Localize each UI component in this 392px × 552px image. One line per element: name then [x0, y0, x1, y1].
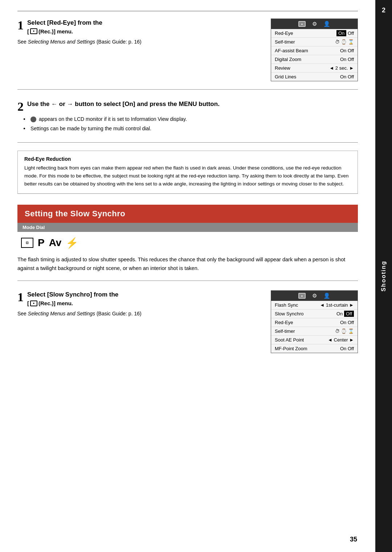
menu2-label-redeye: Red-Eye: [275, 320, 293, 325]
menu2-value-spotae: ◄ Center ►: [328, 337, 354, 343]
page-number: 35: [350, 536, 357, 543]
menu-label-afbeam: AF-assist Beam: [275, 48, 308, 53]
menu-value-redeye: On Off: [336, 30, 354, 36]
menu2-value-slowsynchro: On Off: [336, 311, 354, 316]
slow-synchro-step1: 1 Select [Slow Synchro] from the [ (Rec.…: [17, 290, 358, 353]
menu-cam-icon: ●: [298, 21, 306, 27]
cam-bracket-icon: [ (Rec.)] menu.: [27, 28, 73, 35]
main-content: 1 Select [Red-Eye] from the [ (Rec.)] me…: [0, 0, 375, 552]
info-box-title: Red-Eye Reduction: [24, 156, 351, 162]
menu-row-afbeam: AF-assist Beam On Off: [271, 46, 358, 55]
mode-icons-row: ⊡ P Av ⚡: [21, 237, 358, 249]
menu2-row-redeye: Red-Eye On Off: [271, 318, 358, 327]
menu2-person-icon: 👤: [323, 293, 330, 299]
slow-synchro-step1-text: 1 Select [Slow Synchro] from the [ (Rec.…: [17, 290, 260, 353]
menu-label-gridlines: Grid Lines: [275, 74, 296, 79]
menu2-row-flashsync: Flash Sync ◄ 1st-curtain ►: [271, 301, 358, 310]
section-redeye-step1: 1 Select [Red-Eye] from the [ (Rec.)] me…: [17, 19, 358, 90]
info-box-text: Light reflecting back from eyes can make…: [24, 164, 351, 188]
mode-av-icon: Av: [49, 237, 62, 249]
menu-wrench-icon: ⚙: [312, 21, 317, 27]
slow-step1-heading-block: 1 Select [Slow Synchro] from the [ (Rec.…: [17, 290, 260, 318]
mode-lightning-icon: ⚡: [66, 237, 78, 249]
menu2-label-flashsync: Flash Sync: [275, 302, 298, 308]
menu-label-review: Review: [275, 65, 290, 71]
menu-value-review: ◄ 2 sec. ►: [329, 65, 354, 71]
step1-heading-block: 1 Select [Red-Eye] from the [ (Rec.)] me…: [17, 19, 260, 46]
menu-header-1: ● ⚙ 👤: [271, 19, 358, 29]
menu2-cam-icon: ●: [298, 293, 306, 299]
step1-text-block: 1 Select [Red-Eye] from the [ (Rec.)] me…: [17, 19, 260, 81]
step1-subtext: See Selecting Menus and Settings (Basic …: [17, 38, 260, 46]
slow-synchro-description: The flash timing is adjusted to slow shu…: [17, 255, 358, 281]
section-redeye-step2: 2 Use the ← or → button to select [On] a…: [17, 100, 358, 143]
menu2-label-mfzoom: MF-Point Zoom: [275, 346, 307, 351]
menu-label-selftimer: Self-timer: [275, 39, 295, 45]
settings-gear-icon: [30, 116, 36, 122]
step2-bullets: appears on the LCD monitor if it is set …: [23, 115, 358, 133]
menu-value-digitalzoom: On Off: [340, 57, 354, 62]
menu-screenshot-1: ● ⚙ 👤 Red-Eye On Off Self-timer ⏱ ⌚ ⌛ AF: [271, 19, 358, 81]
menu-row-digitalzoom: Digital Zoom On Off: [271, 55, 358, 64]
cam-bracket-icon-2: [ (Rec.)] menu.: [27, 299, 73, 307]
menu2-row-spotae: Soot AE Point ◄ Center ►: [271, 336, 358, 344]
mode-p-icon: P: [38, 237, 45, 249]
step1-heading: Select [Red-Eye] from the [ (Rec.)] menu…: [17, 19, 260, 36]
menu2-value-selftimer: ⏱ ⌚ ⌛: [335, 328, 354, 334]
menu-label-digitalzoom: Digital Zoom: [275, 57, 301, 62]
menu2-row-mfzoom: MF-Point Zoom On Off: [271, 344, 358, 353]
side-tab: 2 Shooting: [375, 0, 392, 552]
slow-step1-subtext: See Selecting Menus and Settings (Basic …: [17, 310, 260, 318]
mode-dial-bar: Mode Dial: [17, 223, 358, 232]
menu2-row-selftimer: Self-timer ⏱ ⌚ ⌛: [271, 327, 358, 336]
menu2-value-mfzoom: On Off: [340, 346, 354, 351]
redeye-info-box: Red-Eye Reduction Light reflecting back …: [17, 151, 358, 194]
bullet-1: appears on the LCD monitor if it is set …: [23, 115, 358, 123]
menu-row-selftimer: Self-timer ⏱ ⌚ ⌛: [271, 38, 358, 46]
page-container: 1 Select [Red-Eye] from the [ (Rec.)] me…: [0, 0, 392, 552]
menu2-label-selftimer: Self-timer: [275, 328, 295, 334]
side-tab-number: 2: [375, 7, 392, 14]
menu-value-afbeam: On Off: [340, 48, 354, 53]
menu2-value-redeye: On Off: [340, 320, 354, 325]
menu-row-redeye: Red-Eye On Off: [271, 29, 358, 38]
step2-heading-block: 2 Use the ← or → button to select [On] a…: [17, 100, 358, 113]
menu-row-gridlines: Grid Lines On Off: [271, 73, 358, 81]
menu-label-redeye: Red-Eye: [275, 30, 293, 36]
bullet-2: Settings can be made by turning the mult…: [23, 124, 358, 132]
step2-heading: Use the ← or → button to select [On] and…: [17, 100, 358, 109]
menu2-label-spotae: Soot AE Point: [275, 337, 304, 343]
slow-synchro-section: Setting the Slow Synchro Mode Dial ⊡ P A…: [17, 205, 358, 353]
menu-row-review: Review ◄ 2 sec. ►: [271, 64, 358, 73]
menu-value-selftimer: ⏱ ⌚ ⌛: [335, 39, 354, 45]
menu-screenshot-2: ● ⚙ 👤 Flash Sync ◄ 1st-curtain ► Slow Sy…: [271, 290, 358, 353]
side-tab-label: Shooting: [380, 261, 387, 291]
mode-rect-icon: ⊡: [21, 238, 33, 248]
slow-synchro-heading: Setting the Slow Synchro: [17, 205, 358, 223]
menu-value-gridlines: On Off: [340, 74, 354, 79]
step1-number: 1: [17, 19, 24, 32]
menu2-row-slowsynchro: Slow Synchro On Off: [271, 310, 358, 318]
menu-person-icon: 👤: [323, 21, 330, 27]
top-divider: [17, 11, 358, 11]
menu2-label-slowsynchro: Slow Synchro: [275, 311, 303, 316]
menu2-wrench-icon: ⚙: [312, 293, 317, 299]
slow-step1-heading: Select [Slow Synchro] from the [ (Rec.)]…: [17, 290, 260, 308]
menu-header-2: ● ⚙ 👤: [271, 291, 358, 301]
step2-number: 2: [17, 101, 24, 113]
menu2-value-flashsync: ◄ 1st-curtain ►: [320, 302, 354, 308]
slow-step1-number: 1: [17, 291, 24, 303]
